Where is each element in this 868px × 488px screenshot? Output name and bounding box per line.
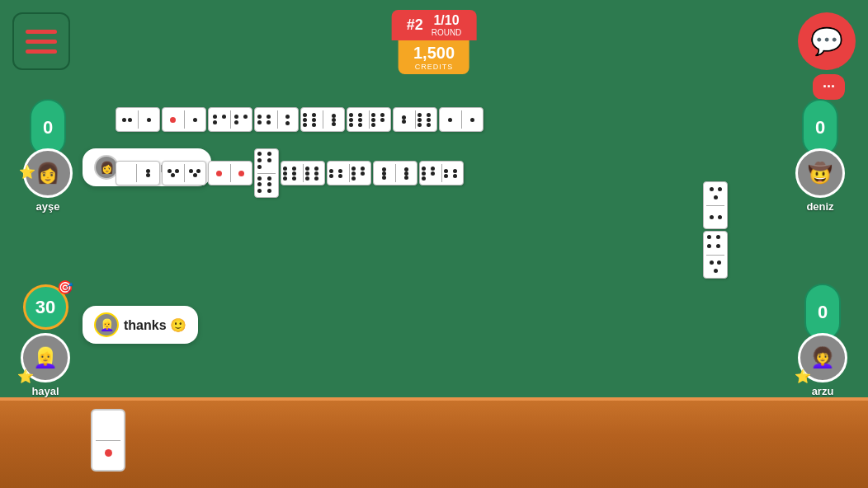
- domino-tile: [300, 107, 345, 132]
- menu-line-1: [26, 30, 57, 34]
- round-panel: #2 1/10 ROUND 1,500 CREDITS: [392, 10, 477, 74]
- deniz-name: deniz: [806, 200, 833, 213]
- domino-tile: [162, 161, 206, 185]
- domino-tile: [703, 231, 728, 279]
- domino-tile: [208, 161, 252, 185]
- menu-line-2: [26, 40, 57, 44]
- credits-label: CREDITS: [413, 63, 455, 71]
- ayse-star: ⭐: [19, 164, 35, 180]
- domino-tile: [373, 161, 417, 185]
- round-info: 1/10 ROUND: [432, 13, 462, 37]
- menu-line-3: [26, 49, 57, 54]
- domino-tile: [347, 107, 391, 132]
- domino-tile: [208, 107, 252, 132]
- hayal-star: ⭐: [17, 368, 34, 384]
- arzu-star: ⭐: [795, 368, 811, 384]
- game-board: #2 1/10 ROUND 1,500 CREDITS 💬 ··· 0 👩 ⭐ …: [0, 0, 868, 488]
- round-number: #2: [407, 16, 423, 34]
- ayse-name: ayşe: [36, 200, 60, 213]
- hand-domino[interactable]: [91, 409, 125, 472]
- chat-icon: 💬: [810, 26, 843, 57]
- more-button[interactable]: ···: [813, 74, 845, 100]
- domino-board: [107, 107, 777, 393]
- menu-button[interactable]: [12, 12, 70, 70]
- hayal-name: hayal: [31, 385, 59, 397]
- credits-amount: 1,500: [413, 44, 455, 63]
- player-deniz: 0 🤠 deniz: [787, 99, 853, 213]
- domino-tile: [393, 107, 437, 132]
- domino-tile: [703, 181, 728, 229]
- wooden-tray: [0, 397, 868, 488]
- more-icon: ···: [823, 78, 835, 95]
- round-fraction: 1/10: [432, 13, 462, 28]
- chat-button[interactable]: 💬: [798, 12, 856, 70]
- round-subtext: ROUND: [432, 28, 462, 37]
- top-row: [116, 107, 484, 132]
- deniz-avatar: 🤠: [795, 148, 845, 198]
- domino-tile: [116, 161, 160, 185]
- domino-tile: [254, 107, 299, 132]
- player-hayal: 30 🎯 👱‍♀️ ⭐ hayal: [8, 284, 83, 397]
- domino-tile: [281, 161, 325, 185]
- player-ayse: 0 👩 ⭐ ayşe: [15, 99, 81, 213]
- hayal-indicator: 🎯: [57, 279, 73, 295]
- player-arzu: 0 👩‍🦱 ⭐ arzu: [785, 284, 860, 397]
- middle-row: [116, 148, 464, 198]
- domino-tile: [162, 107, 206, 132]
- right-vertical: [703, 181, 728, 279]
- domino-tile: [327, 161, 371, 185]
- domino-tile: [254, 148, 279, 198]
- arzu-name: arzu: [812, 385, 834, 397]
- domino-tile: [419, 161, 464, 185]
- credits-panel: 1,500 CREDITS: [399, 40, 469, 74]
- domino-tile: [116, 107, 160, 132]
- round-top: #2 1/10 ROUND: [392, 10, 477, 40]
- domino-tile: [439, 107, 484, 132]
